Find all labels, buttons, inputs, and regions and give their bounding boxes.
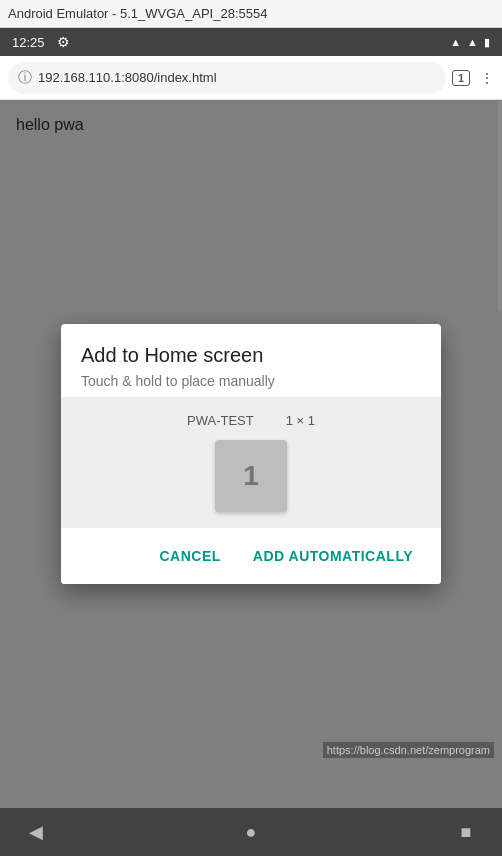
tab-count[interactable]: 1 xyxy=(452,70,470,86)
status-bar: 12:25 ⚙ ▲ ▲ ▮ xyxy=(0,28,502,56)
info-icon: ⓘ xyxy=(18,69,32,87)
overlay: Add to Home screen Touch & hold to place… xyxy=(0,100,502,808)
app-info-row: PWA-TEST 1 × 1 xyxy=(81,413,421,428)
dialog-actions: CANCEL ADD AUTOMATICALLY xyxy=(61,528,441,584)
dialog-body: PWA-TEST 1 × 1 1 xyxy=(61,397,441,528)
app-icon: 1 xyxy=(215,440,287,512)
recent-button[interactable]: ■ xyxy=(446,812,486,852)
browser-bar: ⓘ 192.168.110.1:8080/index.html 1 ⋮ xyxy=(0,56,502,100)
url-bar[interactable]: ⓘ 192.168.110.1:8080/index.html xyxy=(8,62,446,94)
status-icons: ▲ ▲ ▮ xyxy=(450,36,490,49)
scrollbar[interactable] xyxy=(498,100,502,312)
dialog-header: Add to Home screen Touch & hold to place… xyxy=(61,324,441,397)
status-time: 12:25 xyxy=(12,35,45,50)
url-text: 192.168.110.1:8080/index.html xyxy=(38,70,217,85)
add-automatically-button[interactable]: ADD AUTOMATICALLY xyxy=(241,540,425,572)
home-button[interactable]: ● xyxy=(231,812,271,852)
app-size: 1 × 1 xyxy=(286,413,315,428)
main-content: hello pwa Add to Home screen Touch & hol… xyxy=(0,100,502,808)
app-icon-label: 1 xyxy=(243,460,259,492)
app-name: PWA-TEST xyxy=(187,413,254,428)
overflow-icon[interactable]: ⋮ xyxy=(480,70,494,86)
settings-icon: ⚙ xyxy=(57,34,70,50)
browser-actions: 1 ⋮ xyxy=(452,70,494,86)
dialog-subtitle: Touch & hold to place manually xyxy=(81,373,421,389)
signal-icon: ▲ xyxy=(467,36,478,48)
title-bar-text: Android Emulator - 5.1_WVGA_API_28:5554 xyxy=(8,6,267,21)
back-button[interactable]: ◀ xyxy=(16,812,56,852)
bottom-nav-bar: ◀ ● ■ xyxy=(0,808,502,856)
title-bar: Android Emulator - 5.1_WVGA_API_28:5554 xyxy=(0,0,502,28)
phone-frame: 12:25 ⚙ ▲ ▲ ▮ ⓘ 192.168.110.1:8080/index… xyxy=(0,28,502,856)
battery-icon: ▮ xyxy=(484,36,490,49)
add-to-home-dialog: Add to Home screen Touch & hold to place… xyxy=(61,324,441,584)
dialog-title: Add to Home screen xyxy=(81,344,421,367)
footer-url: https://blog.csdn.net/zemprogram xyxy=(323,742,494,758)
cancel-button[interactable]: CANCEL xyxy=(147,540,232,572)
wifi-icon: ▲ xyxy=(450,36,461,48)
